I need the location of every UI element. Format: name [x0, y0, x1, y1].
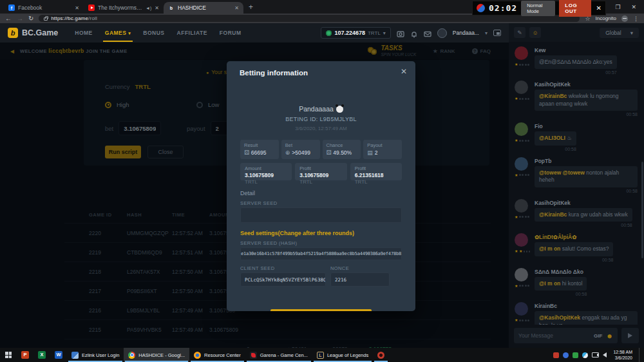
- task-resource-center[interactable]: Resource Center: [189, 348, 245, 362]
- site-logo[interactable]: BC.Game: [22, 28, 58, 37]
- pinned-powerpoint[interactable]: P: [17, 348, 33, 362]
- task-label: League of Legends: [327, 352, 368, 358]
- mail-icon[interactable]: [424, 29, 431, 37]
- start-button[interactable]: [0, 348, 17, 362]
- stat-payout: Payout ▤2: [363, 140, 402, 159]
- toolbar-right: ☆ Incognito ⋮: [585, 15, 639, 22]
- tab-close-icon[interactable]: ✕: [75, 5, 79, 11]
- client-seed-label: CLIENT SEED: [240, 265, 274, 271]
- tray-app-green-icon[interactable]: [573, 352, 578, 358]
- window-restore-icon[interactable]: ❐: [615, 4, 620, 10]
- task-ezlink[interactable]: Ezlink User Login: [67, 348, 124, 362]
- nonce-input[interactable]: 2216: [330, 272, 390, 287]
- task-hashdice-chrome[interactable]: HASHDICE - Googl...: [124, 348, 189, 362]
- profit-card: Profit 3.10675809 TRTL: [295, 163, 346, 180]
- server-seed-label: SERVER SEED: [240, 200, 278, 206]
- chat-toggle-icon[interactable]: [493, 30, 501, 36]
- betting-info-modal: Betting information ✕ Pandaaaaa BETING I…: [227, 61, 415, 311]
- tab-youtube[interactable]: The Itchyworms x Ely Buend ◄) ✕: [84, 2, 164, 14]
- league-of-legends-icon: L: [317, 352, 324, 359]
- tab-audio-icon[interactable]: ◄): [146, 6, 151, 10]
- tab-close-icon[interactable]: ✕: [234, 5, 239, 11]
- amount-card: Amount 3.10675809 TRTL: [240, 163, 292, 180]
- bell-icon[interactable]: [410, 29, 418, 37]
- clock-date: 3/6/2020: [613, 355, 632, 361]
- vault-icon[interactable]: [397, 29, 404, 37]
- tray-app-red-icon[interactable]: [553, 352, 559, 358]
- timer-close-icon[interactable]: ✕: [596, 5, 601, 12]
- stat-label: Payout: [367, 142, 398, 148]
- resource-center-icon: [194, 352, 201, 359]
- pinned-excel[interactable]: X: [33, 348, 50, 362]
- stat-chance: Chance ⚄49.50%: [323, 140, 361, 159]
- windows-taskbar: P X W Ezlink User Login HASHDICE - Googl…: [0, 348, 644, 362]
- tab-close-icon[interactable]: ✕: [155, 5, 159, 11]
- nav-right: 107.224678 TRTL ▾ Pandaaa... ▾: [321, 27, 501, 39]
- server-hash-value: e1a30e16b41c578f499b59ab4f5219a4f5880aa9…: [241, 248, 401, 260]
- system-tray: 12:58 AM 3/6/2020: [553, 348, 644, 362]
- stat-label: Chance: [327, 142, 357, 148]
- timer-mode-badge: Normal Mode: [521, 1, 555, 16]
- modal-title: Betting information: [240, 69, 308, 77]
- screen: f Facebook ✕ The Itchyworms x Ely Buend …: [0, 0, 644, 362]
- stat-bet: Bet ⊕>50499: [281, 140, 320, 159]
- server-hash-input[interactable]: e1a30e16b41c578f499b59ab4f5219a4f5880aa9…: [240, 247, 402, 260]
- server-hash-label: SERVER SEED (HASH): [240, 240, 297, 246]
- new-tab-button[interactable]: +: [249, 3, 253, 12]
- window-close-icon[interactable]: ✕: [631, 4, 636, 10]
- bet-amounts: Amount 3.10675809 TRTL Profit 3.10675809…: [240, 163, 402, 180]
- taskbar-clock[interactable]: 12:58 AM 3/6/2020: [613, 349, 632, 361]
- server-seed-input[interactable]: [240, 207, 402, 223]
- bcgame-logo-icon[interactable]: b: [8, 28, 18, 38]
- youtube-icon: [88, 5, 95, 11]
- pinned-word[interactable]: W: [50, 348, 67, 362]
- chevron-down-icon: ▾: [128, 31, 131, 35]
- stat-value: 2: [375, 149, 378, 156]
- modal-close-icon[interactable]: ✕: [401, 67, 407, 76]
- nonce-label: NONCE: [330, 265, 349, 271]
- task-label: Resource Center: [204, 352, 241, 358]
- menu-games[interactable]: GAMES ▾: [105, 24, 131, 42]
- player-name[interactable]: Pandaaaaa: [227, 105, 415, 113]
- menu-affiliate[interactable]: AFFILIATE: [177, 24, 207, 42]
- window-controls: ❐ ✕: [615, 0, 644, 14]
- task-label: Garena - Game Cen...: [260, 352, 308, 358]
- bet-id: BETING ID: L9B5MJLYBL: [227, 116, 415, 122]
- nav-username[interactable]: Pandaaa...: [453, 30, 479, 36]
- modal-bottom-button-edge: [270, 309, 372, 311]
- task-unlabeled-app[interactable]: [373, 348, 389, 362]
- chrome-icon: [128, 352, 135, 359]
- balance-value: 107.224678: [334, 30, 365, 36]
- ezlink-icon: [71, 352, 79, 359]
- tray-app-blue-icon[interactable]: [563, 352, 569, 358]
- url-bar[interactable]: https://bc.game/roll: [39, 15, 580, 22]
- stat-value: >50499: [292, 149, 310, 156]
- windows-logo-icon: [5, 352, 12, 358]
- tab-label: HASHDICE: [178, 5, 231, 11]
- logout-button[interactable]: LOG OUT: [559, 0, 591, 17]
- tab-facebook[interactable]: f Facebook ✕: [4, 2, 84, 14]
- amount-label: Profit: [299, 166, 342, 171]
- main-menu: HOME GAMES ▾ BONUS AFFILIATE FORUM: [75, 24, 241, 42]
- menu-bonus[interactable]: BONUS: [143, 24, 164, 42]
- site-nav: b BC.Game HOME GAMES ▾ BONUS AFFILIATE F…: [0, 23, 509, 43]
- client-seed-input[interactable]: PCLcQSk7HYk8qN5VZYEY5BlP638QkH: [240, 272, 326, 287]
- tab-hashdice[interactable]: b HASHDICE ✕: [164, 2, 243, 14]
- stat-result: Result ⚄66695: [240, 140, 279, 159]
- timer-widget: 02:02 Normal Mode LOG OUT ✕: [472, 1, 606, 15]
- task-garena[interactable]: Garena - Game Cen...: [245, 348, 312, 362]
- forward-icon[interactable]: →: [17, 15, 23, 22]
- volume-icon[interactable]: [603, 352, 607, 357]
- amount-label: Amount: [245, 166, 287, 171]
- menu-forum[interactable]: FORUM: [220, 24, 242, 42]
- task-league-of-legends[interactable]: L League of Legends: [312, 348, 373, 362]
- show-desktop-button[interactable]: [639, 348, 642, 362]
- tab-label: Facebook: [18, 5, 71, 11]
- balance-selector[interactable]: 107.224678 TRTL ▾: [321, 27, 390, 39]
- browser-menu-icon[interactable]: ⋮: [633, 15, 639, 22]
- refresh-icon[interactable]: ↻: [28, 15, 33, 22]
- user-avatar[interactable]: [437, 28, 447, 38]
- back-icon[interactable]: ←: [5, 15, 12, 22]
- tray-app-cyan-icon[interactable]: [582, 352, 588, 358]
- menu-home[interactable]: HOME: [75, 24, 93, 42]
